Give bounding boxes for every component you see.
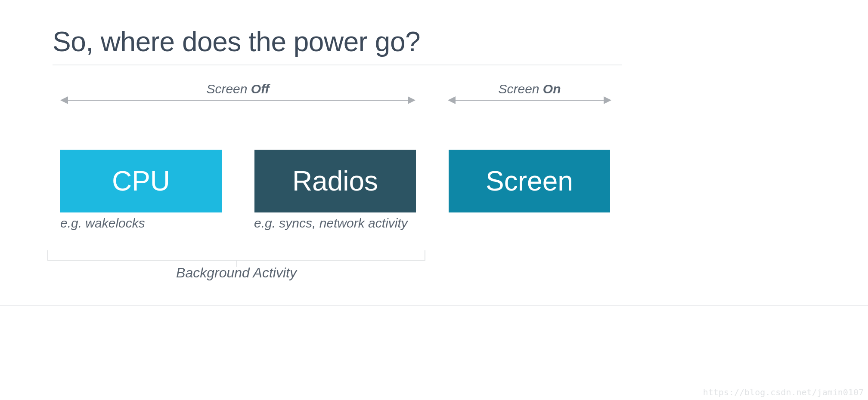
watermark-text: https://blog.csdn.net/jamin0107 (703, 387, 864, 397)
bottom-divider (0, 305, 868, 306)
arrow-on-prefix: Screen (498, 82, 542, 96)
arrow-on-bold: On (543, 82, 561, 96)
arrow-on-label: Screen On (448, 82, 611, 96)
slide-title: So, where does the power go? (53, 26, 420, 58)
arrow-off-label: Screen Off (60, 82, 415, 96)
caption-radios: e.g. syncs, network activity (254, 216, 408, 231)
box-cpu: CPU (60, 150, 222, 212)
slide: So, where does the power go? Screen Off … (0, 0, 868, 400)
arrow-screen-off: Screen Off (60, 82, 415, 101)
double-arrow-icon (66, 100, 409, 101)
box-row: CPU Radios Screen (60, 150, 610, 212)
title-divider (53, 65, 622, 65)
box-radios: Radios (254, 150, 416, 212)
bracket-icon (47, 243, 425, 261)
bracket-label: Background Activity (47, 265, 425, 281)
arrow-off-prefix: Screen (206, 82, 251, 96)
box-screen: Screen (449, 150, 610, 212)
caption-cpu: e.g. wakelocks (60, 216, 145, 231)
double-arrow-icon (454, 100, 605, 101)
arrow-screen-on: Screen On (448, 82, 611, 101)
arrow-off-bold: Off (251, 82, 270, 96)
